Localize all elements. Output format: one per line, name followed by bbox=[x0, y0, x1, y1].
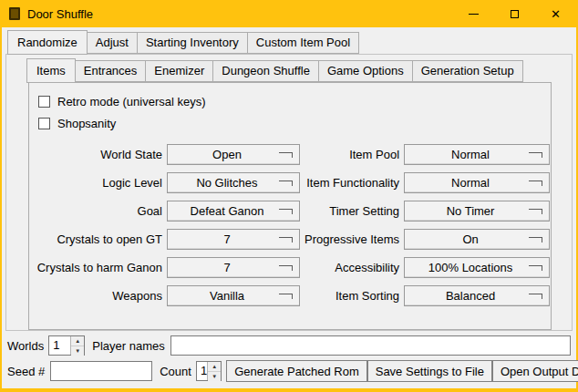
spin-down-icon[interactable]: ▼ bbox=[208, 372, 221, 381]
dropdown-indicator-icon bbox=[529, 181, 542, 186]
spin-down-icon[interactable]: ▼ bbox=[71, 346, 84, 356]
count-spin-arrows: ▲ ▼ bbox=[207, 362, 221, 380]
close-button[interactable]: ✕ bbox=[535, 0, 576, 27]
spin-up-icon[interactable]: ▲ bbox=[208, 362, 221, 372]
accessibility-value: 100% Locations bbox=[428, 261, 526, 274]
dropdown-indicator-icon bbox=[529, 237, 542, 242]
titlebar: Door Shuffle ✕ bbox=[2, 0, 576, 27]
minimize-icon bbox=[469, 14, 479, 15]
dropdown-indicator-icon bbox=[279, 181, 293, 186]
item-functionality-value: Normal bbox=[451, 176, 502, 190]
tab-generation-setup[interactable]: Generation Setup bbox=[413, 60, 523, 82]
crystals-harm-ganon-dropdown[interactable]: 7 bbox=[167, 257, 300, 278]
worlds-spin-arrows: ▲ ▼ bbox=[70, 336, 84, 355]
item-pool-dropdown[interactable]: Normal bbox=[404, 144, 550, 165]
window-title: Door Shuffle bbox=[27, 7, 93, 21]
dropdown-indicator-icon bbox=[279, 294, 293, 299]
outer-tab-bar: Randomize Adjust Starting Inventory Cust… bbox=[2, 30, 576, 54]
goal-value: Defeat Ganon bbox=[191, 204, 277, 218]
randomize-panel: Items Entrances Enemizer Dungeon Shuffle… bbox=[5, 54, 573, 331]
inner-tab-bar: Items Entrances Enemizer Dungeon Shuffle… bbox=[6, 58, 572, 82]
fields-grid: World State Open Item Pool Normal Logic … bbox=[36, 144, 542, 306]
item-pool-value: Normal bbox=[451, 148, 502, 161]
progressive-items-dropdown[interactable]: On bbox=[404, 229, 550, 250]
progressive-items-value: On bbox=[462, 232, 490, 246]
crystals-open-gt-dropdown[interactable]: 7 bbox=[167, 229, 300, 250]
dropdown-indicator-icon bbox=[279, 237, 293, 242]
count-value: 1 bbox=[197, 362, 207, 380]
items-panel: Retro mode (universal keys) Shopsanity W… bbox=[28, 82, 552, 330]
window: Door Shuffle ✕ Randomize Adjust Starting… bbox=[0, 0, 578, 392]
dropdown-indicator-icon bbox=[279, 209, 293, 214]
worlds-row: Worlds 1 ▲ ▼ Player names bbox=[7, 335, 571, 356]
crystals-harm-ganon-label: Crystals to harm Ganon bbox=[36, 257, 162, 278]
close-icon: ✕ bbox=[551, 8, 561, 20]
caption-buttons: ✕ bbox=[453, 0, 576, 27]
shopsanity-label: Shopsanity bbox=[57, 117, 116, 130]
tab-starting-inventory[interactable]: Starting Inventory bbox=[138, 32, 248, 54]
world-state-dropdown[interactable]: Open bbox=[167, 144, 300, 165]
tab-dungeon-shuffle[interactable]: Dungeon Shuffle bbox=[213, 60, 319, 82]
item-pool-label: Item Pool bbox=[304, 144, 399, 165]
crystals-open-gt-value: 7 bbox=[223, 232, 243, 246]
app-icon bbox=[9, 7, 20, 20]
weapons-dropdown[interactable]: Vanilla bbox=[167, 285, 300, 306]
goal-dropdown[interactable]: Defeat Ganon bbox=[167, 201, 300, 222]
world-state-label: World State bbox=[36, 144, 162, 165]
crystals-open-gt-label: Crystals to open GT bbox=[36, 229, 162, 250]
item-functionality-dropdown[interactable]: Normal bbox=[404, 172, 550, 193]
goal-label: Goal bbox=[36, 201, 162, 222]
dropdown-indicator-icon bbox=[529, 209, 542, 214]
accessibility-label: Accessibility bbox=[304, 257, 399, 278]
minimize-button[interactable] bbox=[453, 0, 494, 27]
bottom-controls: Worlds 1 ▲ ▼ Player names Seed # Count 1 bbox=[2, 331, 576, 389]
shopsanity-row: Shopsanity bbox=[36, 112, 542, 134]
crystals-harm-ganon-value: 7 bbox=[223, 261, 243, 274]
accessibility-dropdown[interactable]: 100% Locations bbox=[404, 257, 550, 278]
save-settings-button[interactable]: Save Settings to File bbox=[367, 360, 492, 382]
worlds-spinbox[interactable]: 1 ▲ ▼ bbox=[48, 335, 85, 356]
weapons-label: Weapons bbox=[36, 285, 162, 306]
tab-entrances[interactable]: Entrances bbox=[76, 60, 147, 82]
spin-up-icon[interactable]: ▲ bbox=[71, 336, 84, 346]
item-sorting-label: Item Sorting bbox=[304, 285, 399, 306]
logic-level-dropdown[interactable]: No Glitches bbox=[167, 172, 300, 193]
tab-items[interactable]: Items bbox=[26, 58, 76, 83]
item-sorting-dropdown[interactable]: Balanced bbox=[404, 285, 550, 306]
open-output-directory-button[interactable]: Open Output Directory bbox=[492, 360, 578, 382]
timer-setting-dropdown[interactable]: No Timer bbox=[404, 201, 550, 222]
tab-adjust[interactable]: Adjust bbox=[88, 32, 138, 54]
generate-patched-rom-button[interactable]: Generate Patched Rom bbox=[226, 360, 367, 382]
tab-randomize[interactable]: Randomize bbox=[7, 30, 88, 55]
shopsanity-checkbox[interactable] bbox=[38, 118, 50, 129]
seed-input[interactable] bbox=[50, 361, 152, 381]
item-functionality-label: Item Functionality bbox=[304, 172, 399, 193]
window-content: Randomize Adjust Starting Inventory Cust… bbox=[2, 27, 576, 388]
seed-label: Seed # bbox=[7, 365, 45, 378]
seed-row: Seed # Count 1 ▲ ▼ Generate Patched Rom … bbox=[7, 360, 571, 382]
logic-level-label: Logic Level bbox=[36, 172, 162, 193]
maximize-icon bbox=[511, 10, 519, 18]
progressive-items-label: Progressive Items bbox=[304, 229, 399, 250]
player-names-label: Player names bbox=[92, 339, 164, 353]
retro-mode-checkbox[interactable] bbox=[38, 96, 50, 108]
logic-level-value: No Glitches bbox=[196, 176, 270, 190]
tab-custom-item-pool[interactable]: Custom Item Pool bbox=[248, 32, 359, 54]
tab-game-options[interactable]: Game Options bbox=[319, 60, 413, 82]
dropdown-indicator-icon bbox=[529, 152, 542, 158]
timer-setting-value: No Timer bbox=[447, 204, 508, 218]
worlds-label: Worlds bbox=[7, 339, 44, 353]
weapons-value: Vanilla bbox=[210, 289, 257, 303]
world-state-value: Open bbox=[212, 148, 254, 161]
tab-enemizer[interactable]: Enemizer bbox=[146, 60, 213, 82]
count-label: Count bbox=[160, 365, 191, 378]
worlds-value: 1 bbox=[49, 336, 70, 355]
timer-setting-label: Timer Setting bbox=[304, 201, 399, 222]
count-spinbox[interactable]: 1 ▲ ▼ bbox=[196, 361, 222, 381]
maximize-button[interactable] bbox=[494, 0, 535, 27]
retro-mode-row: Retro mode (universal keys) bbox=[36, 90, 542, 112]
dropdown-indicator-icon bbox=[279, 152, 293, 158]
player-names-input[interactable] bbox=[170, 335, 571, 356]
dropdown-indicator-icon bbox=[529, 265, 542, 271]
dropdown-indicator-icon bbox=[279, 265, 293, 271]
